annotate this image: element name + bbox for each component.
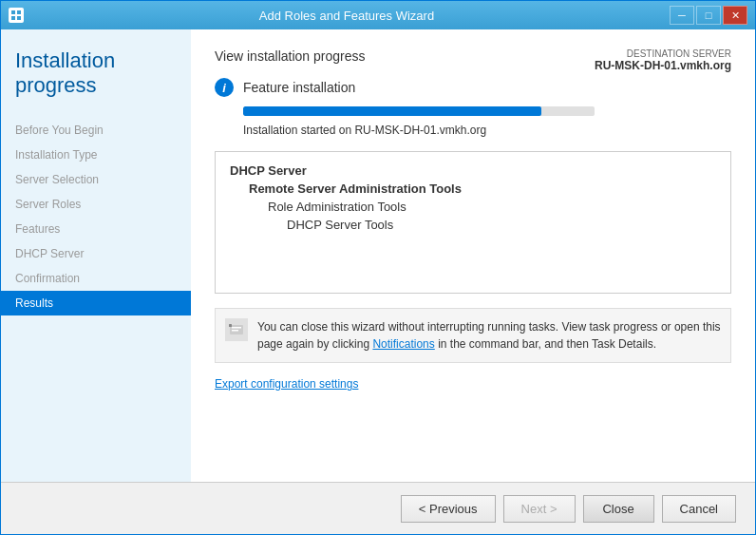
notification-box: You can close this wizard without interr… [215,308,731,363]
progress-bar-fill [243,106,541,116]
feature-block: i Feature installation [215,78,595,97]
section-title: View installation progress [215,48,595,64]
server-name: RU-MSK-DH-01.vmkh.org [595,59,731,72]
close-window-button[interactable]: ✕ [723,6,747,25]
close-button[interactable]: Close [583,495,654,523]
svg-rect-1 [17,10,21,14]
installed-features-box: DHCP Server Remote Server Administration… [215,151,731,294]
sidebar-item-dhcp-server: DHCP Server [1,241,191,266]
sidebar-heading: Installation progress [1,48,191,118]
sidebar-item-features: Features [1,217,191,241]
feature-label: Feature installation [243,80,355,95]
wizard-window: Add Roles and Features Wizard ─ □ ✕ Inst… [0,0,756,535]
previous-button[interactable]: < Previous [401,495,496,523]
export-link[interactable]: Export configuration settings [215,377,731,391]
title-bar: Add Roles and Features Wizard ─ □ ✕ [1,1,755,29]
feat-dhcp-server: DHCP Server [230,162,716,180]
progress-bar-container [243,106,595,116]
svg-rect-7 [229,324,232,327]
feat-role-admin-tools: Role Administration Tools [230,198,716,216]
sidebar-item-installation-type: Installation Type [1,143,191,167]
content-area: Installation progress Before You Begin I… [1,29,755,482]
sidebar-item-results[interactable]: Results [1,291,191,315]
cancel-button[interactable]: Cancel [662,495,736,523]
next-button[interactable]: Next > [503,495,576,523]
window-controls: ─ □ ✕ [670,6,747,25]
svg-rect-3 [17,16,21,20]
window-icon [9,8,24,23]
sidebar-item-server-selection: Server Selection [1,167,191,192]
destination-server-block: DESTINATION SERVER RU-MSK-DH-01.vmkh.org [595,48,731,72]
destination-label: DESTINATION SERVER [595,48,731,59]
window-title: Add Roles and Features Wizard [24,9,670,23]
footer: < Previous Next > Close Cancel [1,482,755,534]
notification-icon [225,318,248,341]
minimize-button[interactable]: ─ [670,6,694,25]
notifications-link[interactable]: Notifications [372,337,434,351]
svg-rect-0 [11,10,15,14]
feat-rsat: Remote Server Administration Tools [230,180,716,198]
sidebar: Installation progress Before You Begin I… [1,29,191,482]
sidebar-item-server-roles: Server Roles [1,192,191,217]
restore-button[interactable]: □ [696,6,721,25]
sidebar-item-confirmation: Confirmation [1,266,191,291]
svg-rect-5 [232,327,241,329]
svg-rect-2 [11,16,15,20]
main-content: View installation progress i Feature ins… [191,29,755,482]
svg-rect-6 [232,330,238,332]
notification-text: You can close this wizard without interr… [257,318,721,353]
install-status: Installation started on RU-MSK-DH-01.vmk… [243,124,595,137]
sidebar-item-before-you-begin: Before You Begin [1,118,191,143]
info-icon: i [215,78,234,97]
feat-dhcp-tools: DHCP Server Tools [230,216,716,234]
